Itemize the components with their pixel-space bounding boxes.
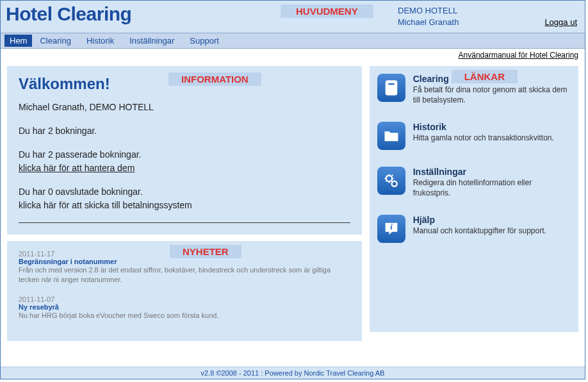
menu-hem[interactable]: Hem: [4, 35, 32, 47]
news-date: 2011-11-07: [19, 295, 350, 303]
unfinished-bookings-line: Du har 0 oavslutade bokningar.: [19, 187, 143, 197]
menu-support[interactable]: Support: [182, 35, 227, 47]
logout-link[interactable]: Logga ut: [544, 17, 577, 27]
link-desc: Manual och kontaktupgifter för support.: [413, 226, 571, 237]
link-desc: Hitta gamla notor och transaktionskvitto…: [413, 133, 571, 144]
main-menu: Hem Clearing Historik Inställningar Supp…: [1, 33, 585, 49]
news-body: Nu har HRG börjat boka eVoucher med Swec…: [19, 311, 350, 320]
lankar-tag: LÄNKAR: [452, 70, 518, 83]
send-payment-text: klicka här för att skicka till betalning…: [19, 200, 192, 210]
link-title: Hjälp: [413, 215, 571, 225]
manage-passed-link[interactable]: klicka här för att hantera dem: [19, 163, 135, 173]
footer: v2.8 ©2008 - 2011 : Powered by Nordic Tr…: [1, 367, 585, 379]
manual-link[interactable]: Användarmanual för Hotel Clearing: [459, 51, 578, 60]
links-panel: LÄNKAR Clearing Få betalt för dina notor…: [370, 66, 578, 332]
svg-rect-1: [388, 83, 395, 86]
news-title-link[interactable]: Begränsningar i notanummer: [19, 258, 350, 265]
huvudmeny-tag: HUVUDMENY: [281, 4, 373, 18]
menu-historik[interactable]: Historik: [79, 35, 122, 47]
link-desc: Redigera din hotellinformation eller fru…: [413, 178, 571, 198]
help-icon: i: [377, 215, 405, 243]
bookings-count: Du har 2 bokningar.: [19, 124, 350, 138]
user-hotel-line: Michael Granath, DEMO HOTELL: [19, 101, 350, 114]
news-panel: NYHETER 2011-11-17 Begränsningar i notan…: [7, 241, 362, 341]
passed-bookings-line: Du har 2 passerade bokningar.: [19, 149, 141, 160]
folder-icon: [377, 122, 405, 150]
svg-point-5: [388, 91, 389, 92]
nyheter-tag: NYHETER: [170, 245, 241, 258]
svg-point-4: [393, 88, 394, 89]
link-desc: Få betalt för dina notor genom att skick…: [413, 85, 571, 105]
menu-clearing[interactable]: Clearing: [32, 35, 78, 47]
menu-installningar[interactable]: Inställningar: [122, 35, 182, 47]
news-body: Från och med version 2.8 är det endast s…: [19, 265, 350, 285]
svg-point-7: [393, 91, 394, 92]
link-title: Inställningar: [413, 167, 571, 177]
svg-point-6: [391, 91, 392, 92]
svg-point-2: [388, 88, 389, 89]
calculator-icon: [377, 74, 405, 102]
hotel-name: DEMO HOTELL: [398, 6, 577, 15]
link-historik[interactable]: Historik Hitta gamla notor och transakti…: [377, 122, 571, 150]
information-tag: INFORMATION: [168, 72, 261, 86]
info-panel: INFORMATION Välkommen! Michael Granath, …: [7, 66, 362, 235]
news-title-link[interactable]: Ny resebyrå: [19, 303, 350, 311]
svg-point-3: [391, 88, 392, 89]
app-logo: Hotel Clearing: [6, 3, 131, 25]
svg-text:i: i: [390, 223, 393, 232]
link-hjalp[interactable]: i Hjälp Manual och kontaktupgifter för s…: [377, 215, 571, 243]
divider: [19, 222, 350, 223]
link-installningar[interactable]: Inställningar Redigera din hotellinforma…: [377, 167, 571, 198]
gears-icon: [377, 167, 405, 195]
link-title: Historik: [413, 122, 571, 132]
